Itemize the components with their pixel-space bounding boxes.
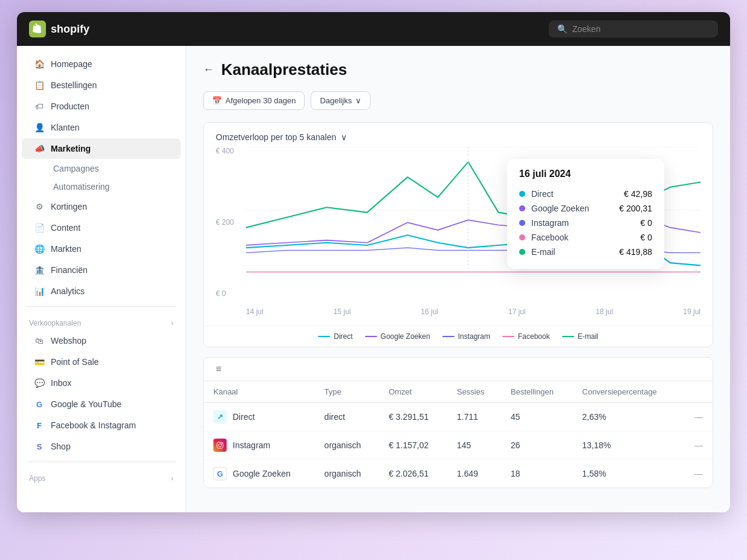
legend-email: E-mail [562, 332, 598, 341]
tooltip-row-google: Google Zoeken € 200,31 [519, 201, 652, 216]
sidebar-label-financien: Financiën [51, 265, 88, 275]
shopify-logo-icon [29, 21, 46, 37]
verkoopkanalen-section: Verkoopkanalen › [17, 312, 186, 330]
legend-direct: Direct [318, 332, 352, 341]
direct-channel-icon: ↗ [213, 410, 227, 423]
x-label-14jul: 14 jul [246, 307, 264, 316]
col-bestellingen: Bestellingen [501, 381, 572, 403]
bestellingen-instagram: 26 [501, 431, 572, 460]
svg-rect-4 [217, 442, 223, 448]
sidebar-item-producten[interactable]: 🏷 Producten [22, 96, 181, 117]
sidebar-label-klanten: Klanten [51, 123, 79, 132]
shop-icon: S [34, 441, 45, 452]
table-row: Instagram organisch € 1.157,02 145 26 13… [204, 431, 713, 460]
sidebar-label-google: Google & YouTube [51, 399, 121, 409]
tooltip-label-facebook: Facebook [531, 233, 635, 242]
customers-icon: 👤 [34, 122, 45, 133]
omzet-google: € 2.026,51 [379, 460, 447, 488]
x-label-18jul: 18 jul [596, 307, 613, 316]
sidebar-item-markten[interactable]: 🌐 Markten [22, 239, 181, 259]
back-button[interactable]: ← [203, 63, 214, 76]
channel-cell-direct: ↗ Direct [204, 403, 315, 431]
bestellingen-google: 18 [501, 460, 572, 488]
sidebar-item-facebook[interactable]: F Facebook & Instagram [22, 415, 181, 436]
tooltip-label-google: Google Zoeken [531, 204, 613, 213]
tooltip-value-direct: € 42,98 [624, 189, 652, 199]
chart-container: € 400 € 200 € 0 [204, 147, 713, 326]
channel-name-instagram: Instagram [233, 440, 270, 450]
col-sessies: Sessies [447, 381, 501, 403]
logo-text: shopify [51, 23, 89, 36]
search-bar[interactable]: 🔍 [549, 21, 718, 37]
date-range-button[interactable]: 📅 Afgelopen 30 dagen [203, 91, 305, 110]
y-label-200: € 200 [216, 218, 234, 227]
legend-instagram: Instagram [442, 332, 490, 341]
sidebar-item-google[interactable]: G Google & YouTube [22, 394, 181, 414]
search-input[interactable] [572, 24, 710, 34]
sidebar-label-analytics: Analytics [51, 286, 85, 296]
sidebar-item-kortingen[interactable]: ⚙ Kortingen [22, 196, 181, 217]
google-icon: G [34, 399, 45, 410]
facebook-icon: F [34, 420, 45, 431]
legend-label-facebook: Facebook [518, 332, 550, 341]
body: 🏠 Homepage 📋 Bestellingen 🏷 Producten 👤 … [17, 46, 730, 512]
conversie-instagram: 13,18% [572, 431, 681, 460]
tooltip-dot-direct [519, 191, 525, 197]
sidebar-label-shop: Shop [51, 442, 71, 451]
col-type: Type [315, 381, 380, 403]
sessies-google: 1.649 [447, 460, 501, 488]
interval-label: Dagelijks [320, 96, 352, 105]
sidebar-item-content[interactable]: 📄 Content [22, 217, 181, 238]
calendar-icon: 📅 [212, 96, 222, 105]
orders-icon: 📋 [34, 80, 45, 91]
sidebar-label-homepage: Homepage [51, 59, 92, 69]
chart-card: Omzetverloop per top 5 kanalen ∨ € 400 €… [203, 122, 713, 347]
sidebar-label-facebook: Facebook & Instagram [51, 420, 136, 430]
products-icon: 🏷 [34, 101, 45, 112]
interval-button[interactable]: Dagelijks ∨ [311, 91, 370, 110]
analytics-icon: 📊 [34, 286, 45, 297]
sidebar-item-pos[interactable]: 💳 Point of Sale [22, 352, 181, 372]
sidebar-item-analytics[interactable]: 📊 Analytics [22, 281, 181, 301]
sidebar-item-automatisering[interactable]: Automatisering [46, 178, 186, 195]
sidebar-item-shop[interactable]: S Shop [22, 436, 181, 457]
x-label-16jul: 16 jul [421, 307, 438, 316]
legend-dot-google [365, 336, 377, 337]
home-icon: 🏠 [34, 59, 45, 69]
table-header: Kanaal Type Omzet Sessies Bestellingen C… [204, 381, 713, 403]
sidebar-item-inbox[interactable]: 💬 Inbox [22, 373, 181, 393]
y-label-0: € 0 [216, 289, 234, 298]
date-range-label: Afgelopen 30 dagen [225, 96, 296, 105]
sidebar-item-webshop[interactable]: 🛍 Webshop [22, 330, 181, 351]
sidebar-item-campagnes[interactable]: Campagnes [46, 160, 186, 177]
legend-label-instagram: Instagram [458, 332, 490, 341]
sidebar-item-financien[interactable]: 🏦 Financiën [22, 260, 181, 280]
extra-direct: — [681, 403, 713, 431]
tooltip-dot-facebook [519, 234, 525, 240]
sidebar-item-marketing[interactable]: 📣 Marketing [22, 138, 181, 159]
bestellingen-direct: 45 [501, 403, 572, 431]
page-header: ← Kanaalprestaties [203, 60, 713, 79]
channel-name-direct: Direct [233, 412, 255, 422]
channel-cell-google: G Google Zoeken [204, 460, 315, 488]
sidebar-label-pos: Point of Sale [51, 357, 99, 367]
legend-dot-facebook [502, 336, 514, 337]
sidebar-label-marketing: Marketing [51, 144, 91, 153]
tooltip-row-facebook: Facebook € 0 [519, 230, 652, 245]
extra-instagram: — [681, 431, 713, 460]
col-conversie: Conversiepercentage [572, 381, 681, 403]
y-label-400: € 400 [216, 147, 234, 155]
svg-point-5 [219, 444, 222, 447]
marketing-icon: 📣 [34, 143, 45, 154]
search-icon: 🔍 [557, 24, 568, 34]
sidebar-item-bestellingen[interactable]: 📋 Bestellingen [22, 75, 181, 95]
sidebar-item-homepage[interactable]: 🏠 Homepage [22, 54, 181, 74]
finance-icon: 🏦 [34, 265, 45, 275]
divider-1 [27, 306, 176, 307]
type-google: organisch [315, 460, 380, 488]
filter-icon[interactable]: ≡ [216, 364, 221, 375]
sidebar-item-klanten[interactable]: 👤 Klanten [22, 117, 181, 138]
svg-point-6 [221, 443, 222, 445]
chart-header[interactable]: Omzetverloop per top 5 kanalen ∨ [204, 123, 713, 147]
legend-label-email: E-mail [578, 332, 598, 341]
